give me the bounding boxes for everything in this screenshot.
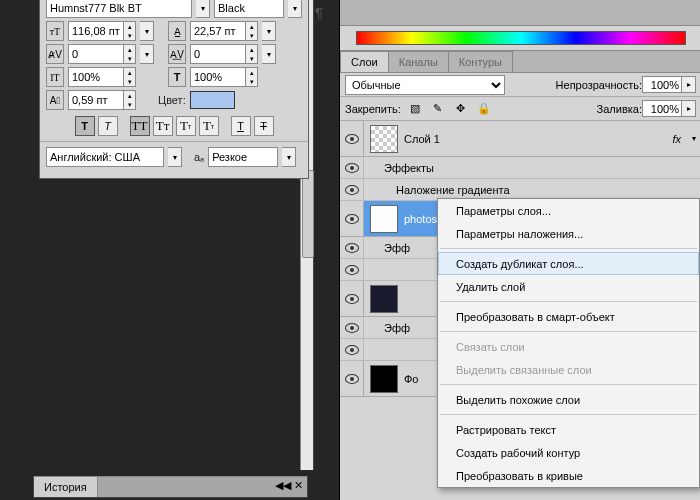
fill-label: Заливка: xyxy=(597,103,642,115)
strike-button[interactable]: T xyxy=(254,116,274,136)
tracking-spinner[interactable]: ▴▾ xyxy=(245,45,257,63)
hscale-spinner[interactable]: ▴▾ xyxy=(245,68,257,86)
effects-label: Эффекты xyxy=(364,162,434,174)
visibility-toggle[interactable] xyxy=(340,259,364,280)
antialias-input[interactable] xyxy=(209,151,277,163)
color-swatch[interactable] xyxy=(190,91,235,109)
menu-blending-options[interactable]: Параметры наложения... xyxy=(438,222,699,245)
baseline-spinner[interactable]: ▴▾ xyxy=(123,91,135,109)
fx-collapse-icon[interactable]: ▾ xyxy=(687,134,700,143)
vscale-icon: IT xyxy=(46,67,64,87)
font-family-input[interactable] xyxy=(47,2,191,14)
visibility-toggle[interactable] xyxy=(340,201,364,236)
language-dropdown[interactable]: ▾ xyxy=(168,147,182,167)
leading-icon: A̲ xyxy=(168,21,186,41)
menu-convert-smart[interactable]: Преобразовать в смарт-объект xyxy=(438,305,699,328)
layer-context-menu: Параметры слоя... Параметры наложения...… xyxy=(437,198,700,488)
font-style-input[interactable] xyxy=(215,2,283,14)
eye-icon xyxy=(345,265,359,275)
tab-paths[interactable]: Контуры xyxy=(448,51,513,72)
font-size-dropdown[interactable]: ▾ xyxy=(140,21,154,41)
leading-input[interactable] xyxy=(191,25,245,37)
menu-convert-shape[interactable]: Преобразовать в кривые xyxy=(438,464,699,487)
visibility-toggle[interactable] xyxy=(340,179,364,200)
visibility-toggle[interactable] xyxy=(340,361,364,396)
kerning-spinner[interactable]: ▴▾ xyxy=(123,45,135,63)
type-layer-thumbnail[interactable]: T xyxy=(370,205,398,233)
font-size-spinner[interactable]: ▴▾ xyxy=(123,22,135,40)
opacity-label: Непрозрачность: xyxy=(556,79,642,91)
layer-row[interactable]: Слой 1 fx ▾ xyxy=(340,121,700,157)
eye-icon xyxy=(345,163,359,173)
lock-transparency-icon[interactable]: ▧ xyxy=(406,100,424,118)
kerning-input[interactable] xyxy=(69,48,123,60)
visibility-toggle[interactable] xyxy=(340,121,364,156)
menu-create-workpath[interactable]: Создать рабочий контур xyxy=(438,441,699,464)
history-tab[interactable]: История xyxy=(34,477,98,497)
opacity-dropdown[interactable]: ▸ xyxy=(682,76,696,93)
lock-all-icon[interactable]: 🔒 xyxy=(475,100,493,118)
close-icon[interactable]: ✕ xyxy=(294,479,303,495)
paragraph-mark-icon: ¶ xyxy=(315,4,323,21)
font-family-dropdown[interactable]: ▾ xyxy=(196,0,210,18)
tab-channels[interactable]: Каналы xyxy=(388,51,449,72)
menu-select-similar[interactable]: Выделить похожие слои xyxy=(438,388,699,411)
leading-spinner[interactable]: ▴▾ xyxy=(245,22,257,40)
visibility-toggle[interactable] xyxy=(340,237,364,258)
blend-row: Обычные Непрозрачность: ▸ xyxy=(340,73,700,97)
aa-prefix: aₐ xyxy=(194,151,204,164)
font-size-input[interactable] xyxy=(69,25,123,37)
fill-dropdown[interactable]: ▸ xyxy=(682,100,696,117)
visibility-toggle[interactable] xyxy=(340,157,364,178)
vscale-input[interactable] xyxy=(69,71,123,83)
collapse-icon[interactable]: ◀◀ xyxy=(275,479,291,495)
font-style-dropdown[interactable]: ▾ xyxy=(288,0,302,18)
swatches-tabbar xyxy=(340,0,700,26)
eye-icon xyxy=(345,374,359,384)
opacity-input[interactable] xyxy=(642,76,682,93)
tracking-dropdown[interactable]: ▾ xyxy=(262,44,276,64)
scrollbar-thumb[interactable] xyxy=(302,170,314,258)
layer-thumbnail[interactable] xyxy=(370,285,398,313)
baseline-icon: Aͣ xyxy=(46,90,64,110)
layer-name[interactable]: Слой 1 xyxy=(404,133,672,145)
lock-pixels-icon[interactable]: ✎ xyxy=(429,100,447,118)
superscript-button[interactable]: Tт xyxy=(176,116,196,136)
smallcaps-button[interactable]: Tт xyxy=(153,116,173,136)
menu-layer-properties[interactable]: Параметры слоя... xyxy=(438,199,699,222)
subscript-button[interactable]: Tт xyxy=(199,116,219,136)
blend-mode-select[interactable]: Обычные xyxy=(345,75,505,95)
menu-select-linked: Выделить связанные слои xyxy=(438,358,699,381)
antialias-dropdown[interactable]: ▾ xyxy=(282,147,296,167)
menu-delete-layer[interactable]: Удалить слой xyxy=(438,275,699,298)
layer-thumbnail[interactable] xyxy=(370,365,398,393)
fx-indicator[interactable]: fx xyxy=(672,133,681,145)
tracking-input[interactable] xyxy=(191,48,245,60)
language-input[interactable] xyxy=(47,151,163,163)
hscale-input[interactable] xyxy=(191,71,245,83)
visibility-toggle[interactable] xyxy=(340,281,364,316)
fill-input[interactable] xyxy=(642,100,682,117)
menu-rasterize-type[interactable]: Растрировать текст xyxy=(438,418,699,441)
lock-position-icon[interactable]: ✥ xyxy=(452,100,470,118)
bold-button[interactable]: T xyxy=(75,116,95,136)
menu-duplicate-layer[interactable]: Создать дубликат слоя... xyxy=(438,252,699,275)
hscale-icon: T xyxy=(168,67,186,87)
tab-layers[interactable]: Слои xyxy=(340,51,389,72)
layer-thumbnail[interactable] xyxy=(370,125,398,153)
baseline-input[interactable] xyxy=(69,94,123,106)
kerning-dropdown[interactable]: ▾ xyxy=(140,44,154,64)
vscale-spinner[interactable]: ▴▾ xyxy=(123,68,135,86)
italic-button[interactable]: T xyxy=(98,116,118,136)
visibility-toggle[interactable] xyxy=(340,317,364,338)
panel-tabs: Слои Каналы Контуры xyxy=(340,51,700,73)
visibility-toggle[interactable] xyxy=(340,339,364,360)
allcaps-button[interactable]: TT xyxy=(130,116,150,136)
leading-dropdown[interactable]: ▾ xyxy=(262,21,276,41)
color-label: Цвет: xyxy=(158,94,186,106)
eye-icon xyxy=(345,134,359,144)
spectrum-bar[interactable] xyxy=(356,31,686,45)
underline-button[interactable]: T xyxy=(231,116,251,136)
effects-row[interactable]: Эффекты xyxy=(340,157,700,179)
lock-row: Закрепить: ▧ ✎ ✥ 🔒 Заливка: ▸ xyxy=(340,97,700,121)
